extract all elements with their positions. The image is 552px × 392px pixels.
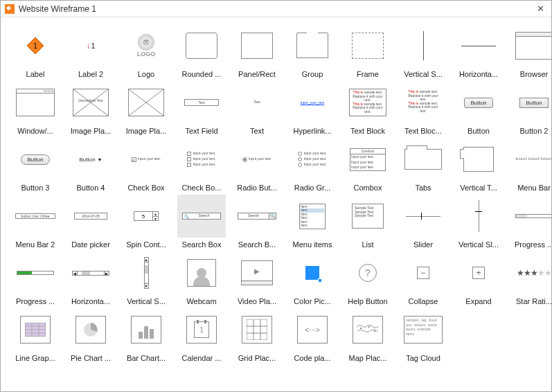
- app-icon: [5, 4, 15, 14]
- shape-code-placeholder[interactable]: <···>Code pla...: [286, 308, 339, 362]
- shape-calendar[interactable]: 1Calendar ...: [175, 308, 228, 362]
- shape-date-picker[interactable]: 2014-07-05Date picker: [64, 195, 117, 249]
- shape-check-box-group[interactable]: Input your text.Input your text.Input yo…: [175, 138, 228, 192]
- shape-grid: 1Label ↓1Label 2 ®LOGOLogo Rounded ... P…: [1, 17, 551, 369]
- shape-text-block-2[interactable]: This is sample text. Replace it with you…: [397, 81, 449, 135]
- shape-webcam[interactable]: Webcam: [175, 251, 228, 305]
- shape-bar-chart[interactable]: Bar Chart...: [120, 308, 172, 362]
- shape-group[interactable]: Group: [286, 24, 339, 78]
- shape-logo[interactable]: ®LOGOLogo: [120, 24, 172, 78]
- shape-tag-cloud[interactable]: sample1 tag cloud text random words layo…: [397, 308, 449, 362]
- shape-button-2[interactable]: ButtonButton 2: [508, 81, 552, 135]
- shape-menu-bar-2[interactable]: button | two | threeMenu Bar 2: [9, 195, 62, 249]
- shape-tabs[interactable]: Tabs: [397, 138, 449, 192]
- svg-text:1: 1: [33, 42, 37, 50]
- shape-text-field[interactable]: TextText Field: [175, 81, 228, 135]
- shape-image-placeholder[interactable]: Description TextImage Pla...: [64, 81, 117, 135]
- shape-browser[interactable]: Browser: [508, 24, 552, 78]
- shape-pie-chart[interactable]: Pie Chart ...: [64, 308, 117, 362]
- shape-expand[interactable]: +Expand: [452, 251, 505, 305]
- shape-button[interactable]: ButtonButton: [452, 81, 505, 135]
- shape-progress[interactable]: Progress ...: [508, 195, 552, 249]
- shape-vertical-slider[interactable]: Vertical Sl...: [452, 195, 505, 249]
- close-icon[interactable]: ✕: [534, 3, 547, 14]
- titlebar: Website Wireframe 1 ✕: [1, 1, 551, 17]
- shape-help-button[interactable]: ?Help Button: [341, 251, 394, 305]
- shape-panel-rect[interactable]: Panel/Rect: [231, 24, 283, 78]
- shape-horizontal-splitter[interactable]: Horizonta...: [452, 24, 505, 78]
- shape-line-graph[interactable]: Line Grap...: [9, 308, 62, 362]
- shape-check-box[interactable]: ✓Input your text.Check Box: [120, 138, 172, 192]
- shape-text[interactable]: TextText: [231, 81, 283, 135]
- shape-vertical-tabs[interactable]: Vertical T...: [452, 138, 505, 192]
- shape-search-box[interactable]: 🔍SearchSearch Box: [175, 195, 228, 249]
- shape-vertical-scroll[interactable]: ▲▼Vertical S...: [120, 251, 172, 305]
- shape-video-player[interactable]: ▶Video Pla...: [231, 251, 283, 305]
- svg-point-19: [368, 326, 370, 328]
- shape-progress-2[interactable]: Progress ...: [9, 251, 62, 305]
- shape-label-2[interactable]: ↓1Label 2: [64, 24, 117, 78]
- shape-combox[interactable]: ComboxInput your text.Input your text.In…: [341, 138, 394, 192]
- shape-slider[interactable]: Slider: [397, 195, 449, 249]
- shape-color-picker[interactable]: Color Pic...: [286, 251, 339, 305]
- svg-rect-13: [247, 319, 267, 340]
- svg-point-18: [360, 328, 362, 329]
- shape-hyperlink[interactable]: input_your_textHyperlink...: [286, 81, 339, 135]
- shape-collapse[interactable]: −Collapse: [397, 251, 449, 305]
- shape-frame[interactable]: Frame: [341, 24, 394, 78]
- shape-grid-placeholder[interactable]: Grid Plac...: [231, 308, 283, 362]
- shape-star-rating[interactable]: ★★★★★Star Rati...: [508, 251, 552, 305]
- shape-spin-control[interactable]: 5▲▼Spin Cont...: [120, 195, 172, 249]
- shape-button-4[interactable]: Button▼Button 4: [64, 138, 117, 192]
- shape-list[interactable]: Sample TextSample TextSample TextList: [341, 195, 394, 249]
- shape-menu-bar[interactable]: button1 button2 button3Menu Bar: [508, 138, 552, 192]
- shape-map-placeholder[interactable]: Map Plac...: [341, 308, 394, 362]
- shape-text-block[interactable]: This is sample text. Replace it with you…: [341, 81, 394, 135]
- shape-horizontal-scroll[interactable]: ◀▶Horizonta...: [64, 251, 117, 305]
- shape-image-placeholder-2[interactable]: Image Pla...: [120, 81, 172, 135]
- shape-window[interactable]: Window/...: [9, 81, 62, 135]
- svg-point-20: [374, 330, 375, 332]
- shape-label[interactable]: 1Label: [9, 24, 62, 78]
- window-title: Website Wireframe 1: [19, 4, 534, 14]
- shape-radio-group[interactable]: Input your text.Input your text.Input yo…: [286, 138, 339, 192]
- shape-vertical-splitter[interactable]: Vertical S...: [397, 24, 449, 78]
- shape-radio-button[interactable]: Input your text.Radio But...: [231, 138, 283, 192]
- shape-search-box-2[interactable]: Search🔍Search B...: [231, 195, 283, 249]
- shape-menu-items[interactable]: ItemItemItemItemItemItemMenu items: [286, 195, 339, 249]
- shape-rounded-rect[interactable]: Rounded ...: [175, 24, 228, 78]
- shape-button-3[interactable]: ButtonButton 3: [9, 138, 62, 192]
